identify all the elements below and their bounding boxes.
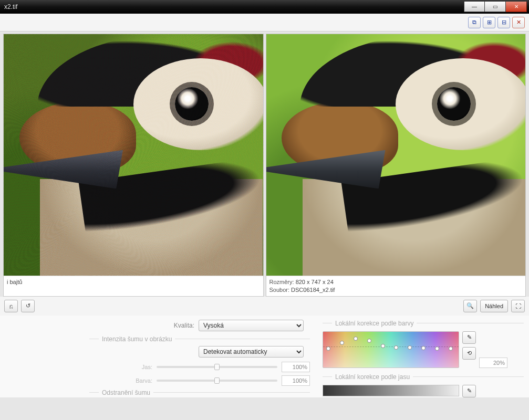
preview-toolbar: ⎌ ↺ 🔍 Náhled ⛶ [0, 297, 529, 316]
noise-mode-select[interactable]: Detekovat automaticky [199, 346, 304, 358]
view-mode-3-button[interactable]: ⊟ [497, 17, 510, 28]
minimize-button[interactable]: — [464, 2, 485, 12]
view-mode-1-button[interactable]: ⧉ [468, 17, 481, 28]
brightness-noise-slider[interactable] [157, 366, 277, 368]
file-value: DSC06184_x2.tif [291, 287, 335, 293]
dim-value: 820 x 747 x 24 [296, 279, 334, 285]
hue-correction-curve[interactable] [323, 331, 459, 368]
settings-panel: Kvalita: Vysoká Intenzita šumu v obrázku… [0, 316, 529, 397]
window-controls: — ▭ ✕ [464, 2, 527, 12]
quality-label: Kvalita: [89, 322, 194, 329]
brightness-noise-value[interactable]: 100% [282, 362, 310, 372]
original-pane: i bajtů [3, 34, 264, 297]
maximize-button[interactable]: ▭ [485, 2, 506, 12]
view-toolbar: ⧉ ⊞ ⊟ ✕ [0, 14, 529, 32]
settings-left-column: Kvalita: Vysoká Intenzita šumu v obrázku… [89, 320, 310, 396]
preview-button-label: Náhled [485, 303, 503, 309]
view-close-button[interactable]: ✕ [512, 17, 525, 28]
color-noise-label: Barva: [89, 377, 152, 384]
result-meta: Rozměry: 820 x 747 x 24 Soubor: DSC06184… [266, 276, 526, 296]
noise-section-label: Intenzita šumu v obrázku [89, 335, 310, 343]
file-label: Soubor: [269, 287, 290, 293]
hue-picker-button[interactable]: ✎ [462, 331, 476, 344]
view-mode-2-button[interactable]: ⊞ [483, 17, 495, 28]
preview-button[interactable]: Náhled [480, 300, 508, 312]
color-noise-slider[interactable] [157, 380, 277, 382]
hue-reset-button[interactable]: ⟲ [462, 347, 476, 360]
lum-section-label: Lokální korekce podle jasu [323, 373, 524, 381]
quality-select[interactable]: Vysoká [199, 320, 304, 331]
window-titlebar: x2.tif — ▭ ✕ [0, 0, 529, 14]
reset-icon: ⟲ [467, 350, 472, 356]
dim-label: Rozměry: [269, 279, 294, 285]
window-title: x2.tif [4, 3, 17, 10]
hue-value[interactable]: 20% [479, 358, 507, 368]
redo-button[interactable]: ↺ [21, 300, 35, 312]
compare-area: i bajtů Rozměry: 820 x 747 x 24 Sou [0, 32, 529, 297]
denoise-section-label: Odstranění šumu [89, 389, 310, 396]
color-noise-value[interactable]: 100% [282, 375, 310, 386]
picker-icon: ✎ [467, 334, 472, 341]
hue-section-label: Lokální korekce podle barvy [323, 320, 524, 327]
close-button[interactable]: ✕ [506, 2, 527, 12]
original-meta: i bajtů [4, 276, 263, 295]
undo-button[interactable]: ⎌ [4, 300, 18, 312]
picker-icon: ✎ [467, 387, 472, 394]
original-image[interactable] [4, 34, 263, 276]
luminance-gradient[interactable] [323, 385, 459, 396]
lum-picker-button[interactable]: ✎ [462, 385, 476, 397]
result-pane: Rozměry: 820 x 747 x 24 Soubor: DSC06184… [266, 34, 526, 297]
settings-right-column: Lokální korekce podle barvy [323, 320, 524, 397]
fullscreen-button[interactable]: ⛶ [511, 300, 525, 312]
brightness-noise-label: Jas: [89, 364, 152, 370]
zoom-fit-button[interactable]: 🔍 [463, 300, 477, 312]
result-image[interactable] [266, 34, 526, 276]
original-bytes-label: i bajtů [7, 279, 22, 285]
